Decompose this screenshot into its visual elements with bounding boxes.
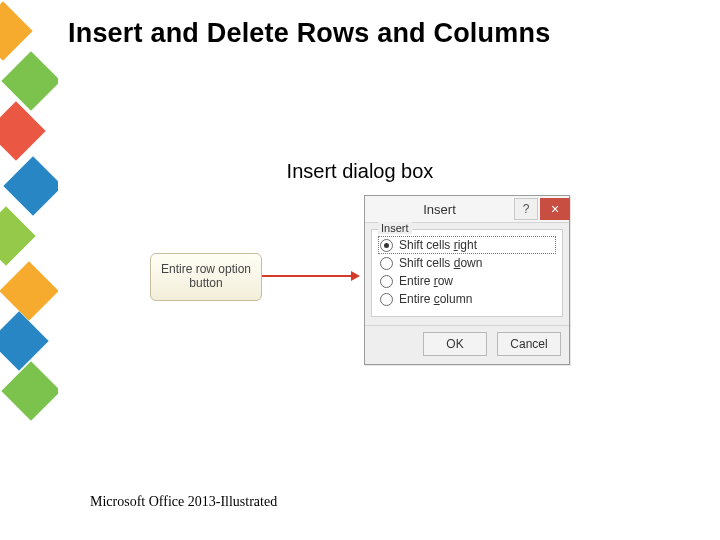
dialog-button-row: OK Cancel: [365, 325, 569, 364]
callout-label: Entire row option button: [150, 253, 262, 301]
ribbon-block: [0, 311, 49, 370]
figure-area: Entire row option button Insert ? × Inse…: [150, 195, 570, 365]
decorative-ribbon: [0, 0, 58, 540]
slide-title: Insert and Delete Rows and Columns: [68, 18, 550, 49]
callout-arrow: [262, 275, 357, 277]
dialog-titlebar: Insert ? ×: [365, 196, 569, 223]
group-legend: Insert: [378, 222, 412, 234]
dialog-group-insert: Insert Shift cells right Shift cells dow…: [371, 229, 563, 317]
ribbon-block: [0, 206, 36, 265]
ok-button[interactable]: OK: [423, 332, 487, 356]
option-entire-row[interactable]: Entire row: [380, 274, 554, 288]
dialog-title: Insert: [365, 202, 514, 217]
help-button[interactable]: ?: [514, 198, 538, 220]
cancel-button[interactable]: Cancel: [497, 332, 561, 356]
option-entire-column[interactable]: Entire column: [380, 292, 554, 306]
radio-icon: [380, 275, 393, 288]
option-label: Entire row: [399, 274, 453, 288]
ribbon-block: [0, 261, 58, 320]
insert-dialog: Insert ? × Insert Shift cells right Shif…: [364, 195, 570, 365]
footer-text: Microsoft Office 2013-Illustrated: [90, 494, 277, 510]
option-label: Entire column: [399, 292, 472, 306]
close-button[interactable]: ×: [540, 198, 570, 220]
ribbon-block: [1, 51, 58, 110]
option-shift-cells-right[interactable]: Shift cells right: [380, 238, 554, 252]
radio-icon: [380, 239, 393, 252]
ribbon-block: [1, 361, 58, 420]
option-shift-cells-down[interactable]: Shift cells down: [380, 256, 554, 270]
radio-icon: [380, 293, 393, 306]
option-label: Shift cells down: [399, 256, 482, 270]
ribbon-block: [0, 1, 33, 60]
option-label: Shift cells right: [399, 238, 477, 252]
ribbon-block: [0, 101, 46, 160]
radio-icon: [380, 257, 393, 270]
figure-caption: Insert dialog box: [0, 160, 720, 183]
